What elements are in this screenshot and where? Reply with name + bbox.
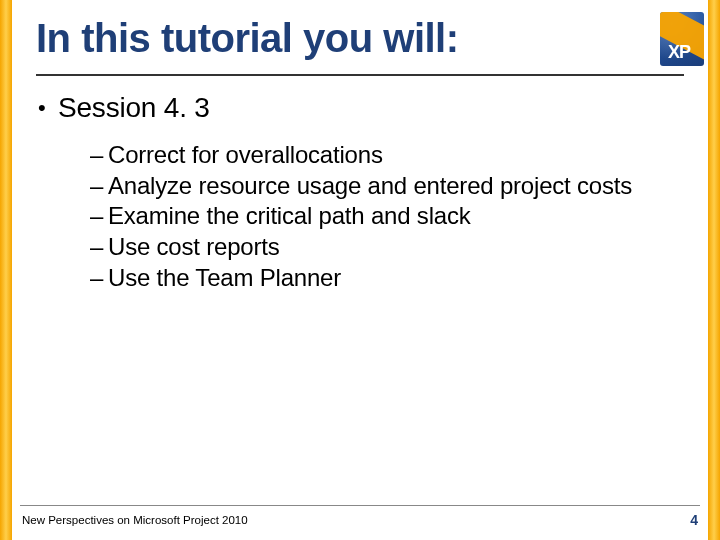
decor-bar-right [708,0,720,540]
sub-bullet: Examine the critical path and slack [90,201,684,232]
slide-title: In this tutorial you will: [36,16,459,61]
content-area: Session 4. 3 Correct for overallocations… [36,92,684,294]
sub-bullet: Use cost reports [90,232,684,263]
footer-text: New Perspectives on Microsoft Project 20… [22,514,248,526]
bullet-session: Session 4. 3 [36,92,684,124]
page-number: 4 [690,512,698,528]
decor-bar-left [0,0,12,540]
xp-badge-icon: XP [660,12,704,66]
sub-bullet-list: Correct for overallocations Analyze reso… [36,140,684,294]
sub-bullet: Use the Team Planner [90,263,684,294]
slide: XP In this tutorial you will: Session 4.… [0,0,720,540]
sub-bullet: Analyze resource usage and entered proje… [90,171,684,202]
xp-badge-text: XP [668,42,690,63]
sub-bullet: Correct for overallocations [90,140,684,171]
title-underline [36,74,684,76]
footer-divider [20,505,700,506]
